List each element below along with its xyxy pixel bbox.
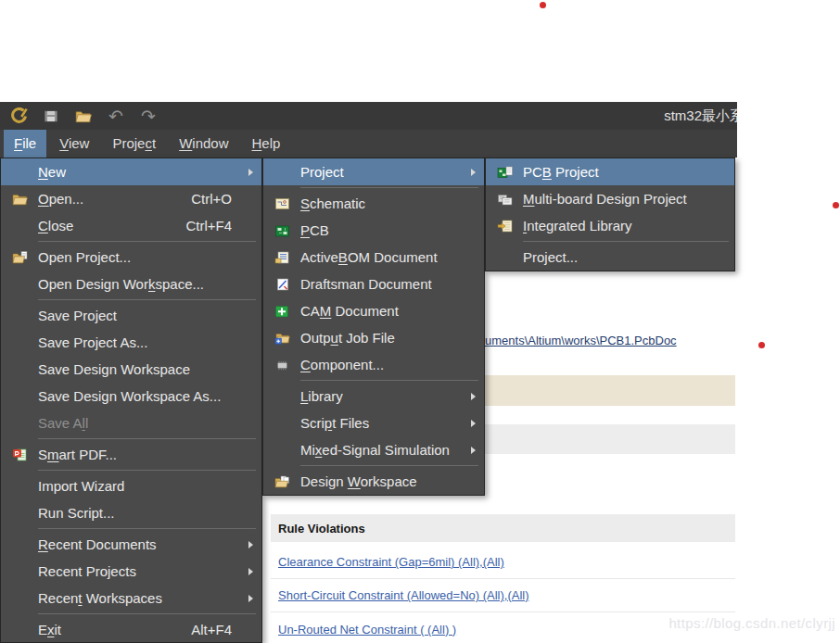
menu-item-label: Import Wizard xyxy=(38,478,124,494)
menu-item-label: Project xyxy=(300,164,344,180)
menu-item-label: New xyxy=(38,164,66,180)
menubar: File View Project Window Help xyxy=(0,130,737,158)
menu-item-draftsman-document[interactable]: Draftsman Document xyxy=(263,271,484,297)
menu-item-integrated-library[interactable]: Integrated Library xyxy=(486,212,734,239)
menu-item-open[interactable]: Open... Ctrl+O xyxy=(1,185,261,212)
cam-icon xyxy=(271,305,293,318)
menubar-help[interactable]: Help xyxy=(242,130,291,158)
menu-item-save-project[interactable]: Save Project xyxy=(1,302,261,329)
menu-item-label: Project... xyxy=(523,249,578,265)
menu-item-label: Close xyxy=(38,218,73,233)
menu-item-label: ActiveBOM Document xyxy=(300,249,438,265)
menu-item-script-files[interactable]: Script Files xyxy=(263,410,484,436)
menu-item-label: Save Project As... xyxy=(38,334,147,350)
redo-arrow-glyph: ↷ xyxy=(141,107,156,125)
menu-item-pcb[interactable]: PCB xyxy=(263,217,484,244)
menu-item-run-script[interactable]: Run Script... xyxy=(1,499,261,526)
submenu-arrow-icon xyxy=(471,169,476,176)
menu-separator xyxy=(38,470,256,471)
menu-item-save-project-as[interactable]: Save Project As... xyxy=(1,329,261,356)
menu-item-recent-workspaces[interactable]: Recent Workspaces xyxy=(1,585,261,611)
menu-item-import-wizard[interactable]: Import Wizard xyxy=(1,473,261,499)
menu-item-label: Recent Documents xyxy=(38,536,157,552)
menu-item-label: Component... xyxy=(300,357,384,372)
menu-item-label: Script Files xyxy=(300,415,369,431)
menu-item-multiboard-design-project[interactable]: Multi-board Design Project xyxy=(486,185,734,212)
rule-violations-title: Rule Violations xyxy=(278,522,365,536)
menu-item-output-job-file[interactable]: Output Job File xyxy=(263,324,484,351)
menu-item-activebom-document[interactable]: ActiveBOM Document xyxy=(263,244,484,271)
menu-item-label: Schematic xyxy=(300,195,365,211)
unrouted-net-constraint-link[interactable]: Un-Routed Net Constraint ( (All) ) xyxy=(278,623,456,637)
menu-item-recent-documents[interactable]: Recent Documents xyxy=(1,531,261,558)
menubar-project[interactable]: Project xyxy=(102,130,166,158)
open-folder-icon[interactable] xyxy=(73,105,94,127)
design-workspace-icon xyxy=(271,475,293,488)
menu-item-design-workspace[interactable]: Design Workspace xyxy=(263,468,484,495)
menubar-item-label: File xyxy=(14,135,36,151)
menu-item-project-dots[interactable]: Project... xyxy=(486,244,734,271)
menu-item-new[interactable]: New xyxy=(1,158,261,185)
activebom-icon xyxy=(271,251,293,264)
red-dot-artifact xyxy=(540,2,546,8)
submenu-arrow-icon xyxy=(471,420,476,427)
pcbdoc-path-link[interactable]: uments\Altium\works\PCB1.PcbDoc xyxy=(485,334,677,347)
altium-logo-icon[interactable] xyxy=(8,105,29,127)
menu-item-smart-pdf[interactable]: Smart PDF... xyxy=(1,441,261,468)
menu-item-project[interactable]: Project xyxy=(263,158,484,185)
submenu-arrow-icon xyxy=(248,595,253,602)
undo-arrow-glyph: ↶ xyxy=(108,107,123,125)
open-folder-icon xyxy=(8,193,31,206)
menu-shortcut: Ctrl+F4 xyxy=(185,218,232,233)
submenu-arrow-icon xyxy=(248,568,253,575)
menu-item-close[interactable]: Close Ctrl+F4 xyxy=(1,212,261,239)
short-circuit-constraint-link[interactable]: Short-Circuit Constraint (Allowed=No) (A… xyxy=(278,588,529,602)
menu-item-pcb-project[interactable]: PCB Project xyxy=(486,158,734,185)
menu-item-label: Recent Workspaces xyxy=(38,590,162,606)
menu-separator xyxy=(300,465,478,466)
menu-item-label: Save All xyxy=(38,415,88,431)
menu-item-label: Save Design Workspace xyxy=(38,361,190,377)
menu-item-open-project[interactable]: Open Project... xyxy=(1,244,261,271)
menu-item-library[interactable]: Library xyxy=(263,383,484,410)
menu-item-open-design-workspace[interactable]: Open Design Workspace... xyxy=(1,271,261,297)
menu-item-label: Library xyxy=(300,388,343,404)
menu-separator xyxy=(523,241,729,242)
menu-separator xyxy=(38,299,256,300)
menu-item-label: PCB xyxy=(300,222,329,238)
pcb-project-icon xyxy=(493,166,515,179)
outputjob-icon xyxy=(271,332,293,345)
undo-icon[interactable]: ↶ xyxy=(106,105,126,127)
menu-item-label: Exit xyxy=(38,622,61,637)
menu-item-component[interactable]: Component... xyxy=(263,351,484,378)
menubar-item-label: Project xyxy=(112,135,156,151)
menu-item-cam-document[interactable]: CAM Document xyxy=(263,297,484,324)
title-bar: ↶ ↷ stm32最小系 xyxy=(0,102,737,130)
clearance-constraint-link[interactable]: Clearance Constraint (Gap=6mil) (All),(A… xyxy=(278,555,504,569)
menubar-file[interactable]: File xyxy=(4,130,46,158)
menubar-window[interactable]: Window xyxy=(169,130,238,158)
menu-shortcut: Ctrl+O xyxy=(191,191,232,207)
menu-item-mixed-signal-simulation[interactable]: Mixed-Signal Simulation xyxy=(263,436,484,463)
menu-item-exit[interactable]: Exit Alt+F4 xyxy=(1,616,261,643)
table-row: Clearance Constraint (Gap=6mil) (All),(A… xyxy=(271,546,735,579)
menu-item-label: Save Design Workspace As... xyxy=(38,388,221,404)
new-submenu: Project Schematic PCB xyxy=(262,158,485,496)
save-icon[interactable] xyxy=(41,105,61,127)
menu-item-label: Save Project xyxy=(38,308,117,323)
menu-item-schematic[interactable]: Schematic xyxy=(263,190,484,217)
menu-item-save-design-workspace[interactable]: Save Design Workspace xyxy=(1,356,261,383)
file-menu: New Open... Ctrl+O Close Ctrl+F4 Open Pr… xyxy=(0,158,262,643)
window-title: stm32最小系 xyxy=(664,102,737,130)
menu-item-recent-projects[interactable]: Recent Projects xyxy=(1,558,261,585)
schematic-icon xyxy=(271,197,293,210)
menu-separator xyxy=(38,528,256,529)
menu-item-label: Run Script... xyxy=(38,505,115,521)
menubar-view[interactable]: View xyxy=(49,130,99,158)
menu-item-save-design-workspace-as[interactable]: Save Design Workspace As... xyxy=(1,383,261,410)
multiboard-icon xyxy=(493,193,515,206)
draftsman-icon xyxy=(271,278,293,291)
menu-separator xyxy=(300,187,478,188)
rule-violations-list: Clearance Constraint (Gap=6mil) (All),(A… xyxy=(271,546,735,643)
redo-icon[interactable]: ↷ xyxy=(138,105,159,127)
